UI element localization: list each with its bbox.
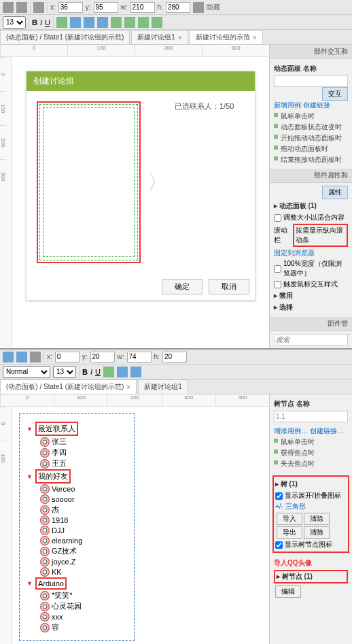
tool-icon[interactable] [3,352,14,362]
tree-contact[interactable]: *笑笑* [27,590,127,600]
collapse-icon[interactable]: ▼ [27,473,33,480]
collapse-icon[interactable]: ▼ [27,580,33,587]
tab-new1-b[interactable]: 新建讨论组1 [138,379,188,394]
align-icon[interactable] [103,367,114,377]
clear-button[interactable]: 清除 [304,513,330,525]
w-input[interactable] [130,2,155,13]
scroll-option[interactable]: 按需显示纵向滚动条 [293,224,349,247]
tab-new1[interactable]: 新建讨论组1× [131,30,188,44]
tree-contact[interactable]: 张三 [27,437,127,447]
event-drag-start[interactable]: 开始拖动动态面板时 [274,133,348,143]
tree-group[interactable]: ▼Arduino [27,577,127,590]
font-size-select[interactable]: 13 [3,16,26,29]
event-focus[interactable]: 获得焦点时 [274,448,348,458]
event-click[interactable]: 鼠标单击时 [274,112,348,121]
tree-contact[interactable]: DJJ [27,526,127,535]
create-link[interactable]: 创建链接 [303,101,330,109]
tree-contact[interactable]: 李四 [27,447,127,458]
ok-button[interactable]: 确定 [162,279,203,294]
y-input-2[interactable] [90,352,115,362]
tab-demo[interactable]: 新建讨论组的示范× [190,30,263,44]
bold-button-2[interactable]: B [82,368,88,376]
widget-name-input[interactable] [274,75,348,87]
fixed-browser-link[interactable]: 固定到浏览器 [274,248,348,258]
color-icon[interactable] [56,17,67,28]
event-click-2[interactable]: 鼠标单击时 [274,437,348,447]
tool-icon[interactable] [33,2,44,13]
contact-name: joyce.Z [52,558,75,566]
align-icon[interactable] [84,17,94,28]
event-drag[interactable]: 拖动动态面板时 [274,144,348,154]
close-icon[interactable]: × [253,34,257,41]
node-name-input[interactable] [274,411,348,422]
close-icon[interactable]: × [178,34,182,41]
y-input[interactable] [94,2,118,13]
layer-icon[interactable] [124,17,135,28]
show-expand-checkbox[interactable] [275,492,283,500]
trigger-style-checkbox[interactable] [274,281,281,288]
autosize-checkbox[interactable] [274,214,281,222]
show-node-icon-checkbox[interactable] [275,541,283,549]
tool-icon[interactable] [16,2,27,13]
layer-icon[interactable] [152,17,162,28]
align-icon[interactable] [97,17,108,28]
event-blur[interactable]: 失去焦点时 [274,459,348,469]
dynamic-panel-widget[interactable] [39,104,138,260]
lock-icon[interactable] [193,2,204,13]
remove-button[interactable]: 清除 [304,526,330,539]
tree-contact[interactable]: 1918 [27,515,127,525]
layer-icon[interactable] [111,17,122,28]
properties-tab[interactable]: 属性 [322,186,348,199]
tree-contact[interactable]: 王五 [27,458,127,469]
tree-contact[interactable]: 心灵花园 [27,601,127,611]
tree-contact[interactable]: joyce.Z [27,557,127,566]
add-case-link-2[interactable]: 增添用例… [274,427,308,435]
align-icon[interactable] [70,17,81,28]
event-drag-end[interactable]: 结束拖放动态面板时 [274,155,348,165]
tree-contact[interactable]: 杰 [27,505,127,515]
cancel-button[interactable]: 取消 [209,279,249,294]
style-select[interactable]: Normal [3,366,50,378]
tab-state1[interactable]: (动态面板) / State1 (新建讨论组的示范) [0,30,130,44]
tree-contact[interactable]: elearning [27,536,127,545]
tree-contact[interactable]: xxx [27,612,127,622]
tool-icon[interactable] [30,352,41,362]
edit-button[interactable]: 编辑 [275,586,301,598]
close-icon[interactable]: × [126,384,130,391]
fullwidth-checkbox[interactable] [274,265,281,273]
x-input[interactable] [58,2,83,13]
tool-icon[interactable] [16,352,27,362]
italic-button[interactable]: I [40,18,42,27]
align-icon[interactable] [117,367,128,377]
w-input-2[interactable] [127,352,152,362]
h-input-2[interactable] [162,352,187,362]
event-state-change[interactable]: 动态面板状态改变时 [274,122,348,132]
underline-button-2[interactable]: U [95,368,101,376]
bold-button[interactable]: B [32,18,37,27]
tool-icon[interactable] [3,2,14,13]
export-button[interactable]: 导出 [277,526,302,539]
create-link-2[interactable]: 创建链接… [310,427,344,435]
tree-contact[interactable]: Verceo [27,484,127,494]
tab-state1-b[interactable]: (动态面板) / State1 (新建讨论组的示范)× [0,379,137,394]
interact-tab[interactable]: 交互 [322,87,348,101]
h-input[interactable] [166,2,190,13]
italic-button-2[interactable]: I [90,368,92,376]
add-case-link[interactable]: 新增用例 [274,101,301,109]
layer-icon[interactable] [138,17,149,28]
import-button[interactable]: 导入 [277,513,302,525]
align-icon[interactable] [130,367,141,377]
tree-contact[interactable]: 容 [27,622,127,632]
tree-widget[interactable]: ▼最近联系人张三李四王五▼我的好友Verceosoooor杰1918DJJele… [19,413,135,641]
tree-group[interactable]: ▼我的好友 [27,469,127,484]
x-input-2[interactable] [55,352,80,362]
font-size-2[interactable]: 13 [53,366,76,378]
tree-contact[interactable]: GZ技术 [27,546,127,556]
tree-contact[interactable]: KK [27,567,127,577]
search-input[interactable] [274,334,348,345]
tree-group[interactable]: ▼最近联系人 [27,422,127,436]
underline-button[interactable]: U [45,18,50,27]
triangle-option[interactable]: +/- 三角形 [275,502,347,511]
tree-contact[interactable]: soooor [27,494,127,504]
collapse-icon[interactable]: ▼ [27,426,33,433]
